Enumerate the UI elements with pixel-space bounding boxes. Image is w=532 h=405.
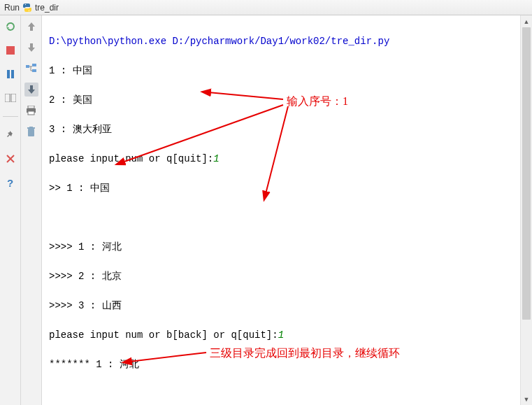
menu2-item: >>>> 2 : 北京 [49, 269, 516, 284]
pin-icon[interactable] [3, 128, 17, 142]
file-name: tre_dir [35, 3, 59, 13]
exec-path: D:\python\python.exe D:/pycharmwork/Day1… [49, 34, 516, 49]
close-icon[interactable] [3, 152, 17, 166]
svg-rect-14 [27, 127, 35, 129]
scroll-track[interactable] [521, 27, 532, 393]
menu1-item: 2 : 美国 [49, 93, 516, 108]
svg-rect-9 [32, 69, 36, 72]
svg-rect-8 [32, 64, 36, 66]
svg-rect-3 [7, 70, 10, 78]
menu2-item: >>>> 3 : 山西 [49, 299, 516, 313]
menu1-item: 3 : 澳大利亚 [49, 122, 516, 137]
print-icon[interactable] [24, 104, 38, 118]
svg-rect-15 [29, 127, 33, 127]
svg-rect-6 [11, 94, 16, 102]
svg-rect-7 [26, 65, 29, 68]
down-arrow-icon[interactable] [24, 41, 38, 55]
stop-icon[interactable] [3, 43, 17, 57]
layout-icon[interactable] [3, 91, 17, 105]
titlebar: Run tre_dir [0, 0, 532, 15]
left-gutter-1: ? [0, 15, 21, 405]
rerun-icon[interactable] [3, 20, 17, 34]
trash-icon[interactable] [24, 125, 38, 138]
console-output[interactable]: D:\python\python.exe D:/pycharmwork/Day1… [42, 15, 520, 405]
svg-rect-5 [5, 94, 10, 102]
menu2-item: >>>> 1 : 河北 [49, 240, 516, 255]
echo-line: >> 1 : 中国 [49, 181, 516, 196]
prompt-line: please input num or b[back] or q[quit]:1 [49, 328, 516, 343]
svg-rect-4 [11, 70, 14, 78]
svg-rect-10 [28, 106, 34, 108]
help-icon[interactable]: ? [3, 176, 17, 190]
up-arrow-icon[interactable] [24, 20, 38, 34]
svg-rect-13 [28, 129, 34, 136]
scroll-down-icon[interactable]: ▼ [521, 393, 532, 405]
vertical-scrollbar[interactable]: ▲ ▼ [520, 15, 532, 405]
run-label: Run [4, 3, 20, 13]
svg-rect-12 [28, 111, 34, 115]
left-gutter-2 [21, 15, 42, 405]
svg-rect-2 [6, 46, 15, 55]
menu1-item: 1 : 中国 [49, 64, 516, 78]
pause-icon[interactable] [3, 67, 17, 81]
prompt-line: please input num or q[quit]:1 [49, 152, 516, 166]
scroll-thumb[interactable] [522, 27, 531, 320]
svg-point-0 [25, 3, 26, 4]
svg-point-1 [29, 10, 29, 10]
download-icon[interactable] [24, 83, 38, 97]
echo-line: ******* 1 : 河北 [49, 357, 516, 372]
scroll-up-icon[interactable]: ▲ [521, 15, 532, 27]
python-icon [22, 3, 32, 13]
tree-icon[interactable] [24, 62, 38, 76]
